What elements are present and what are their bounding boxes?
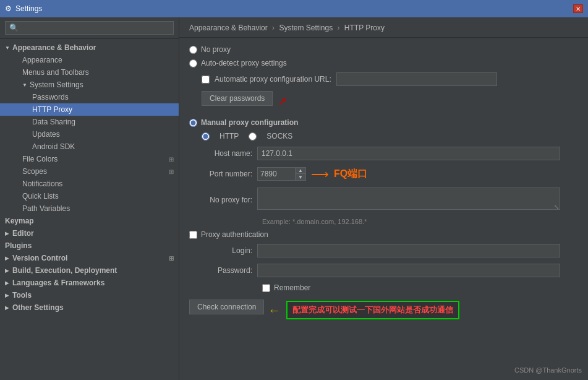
auto-config-label: Automatic proxy configuration URL: [215,75,331,84]
breadcrumb-part2: System Settings [279,24,333,32]
watermark: CSDN @ThankGnorts [514,366,582,374]
sidebar-item-keymap[interactable]: Keymap [0,215,179,227]
socks-label: SOCKS [266,132,292,140]
sidebar-item-languages[interactable]: Languages & Frameworks [0,277,179,289]
vc-icon: ⊞ [169,255,174,262]
expand-icon[interactable]: ⤡ [554,204,559,210]
port-number-label: Port number: [189,170,257,178]
sidebar-item-file-colors[interactable]: File Colors ⊞ [0,153,179,165]
proxy-auth-row: Proxy authentication [189,230,578,239]
remember-checkbox[interactable] [262,284,270,292]
no-proxy-label: No proxy [201,45,231,54]
breadcrumb-part3: HTTP Proxy [344,24,385,32]
auto-detect-row: Auto-detect proxy settings [189,59,578,67]
socks-radio[interactable] [249,132,257,140]
port-number-input[interactable] [258,168,295,180]
proxy-auth-checkbox[interactable] [189,231,197,239]
close-button[interactable]: ✕ [573,4,583,13]
sidebar-item-plugins[interactable]: Plugins [0,240,179,252]
title-bar: ⚙ Settings ✕ [0,0,588,17]
search-box [0,17,179,39]
no-proxy-radio[interactable] [189,46,197,54]
auto-config-input[interactable] [336,72,497,86]
http-socks-row: HTTP SOCKS [202,132,578,140]
expand-icon [22,82,27,88]
manual-proxy-radio[interactable] [189,119,197,127]
expand-icon [5,280,10,286]
expand-icon [5,231,10,236]
no-proxy-for-row: No proxy for: ⤡ [189,188,578,212]
sidebar-item-http-proxy[interactable]: HTTP Proxy [0,103,179,116]
check-connection-section: Check connection ← 配置完成可以测试一下国外网站是否成功通信 [189,300,578,321]
sidebar-item-system-settings[interactable]: System Settings [0,79,179,91]
check-connection-button[interactable]: Check connection [189,300,264,314]
sidebar-item-updates[interactable]: Updates [0,128,179,140]
scope-icon2: ⊞ [169,168,174,175]
sidebar-item-tools[interactable]: Tools [0,289,179,301]
password-row: Password: [189,264,578,277]
expand-icon [5,45,10,51]
sidebar-item-quick-lists[interactable]: Quick Lists [0,190,179,202]
sidebar-item-path-variables[interactable]: Path Variables [0,202,179,215]
yellow-arrow-icon: ← [268,303,280,317]
login-input[interactable] [257,244,560,257]
sidebar-item-android-sdk[interactable]: Android SDK [0,140,179,153]
http-radio[interactable] [202,132,210,140]
sidebar-item-menus-toolbars[interactable]: Menus and Toolbars [0,66,179,79]
manual-proxy-label: Manual proxy configuration [201,118,298,127]
sidebar-item-scopes[interactable]: Scopes ⊞ [0,165,179,178]
sidebar-item-notifications[interactable]: Notifications [0,178,179,190]
manual-proxy-row: Manual proxy configuration [189,118,578,127]
bottom-annotation-text: 配置完成可以测试一下国外网站是否成功通信 [286,301,459,319]
breadcrumb-part1: Appearance & Behavior [189,24,268,32]
clear-passwords-section: Clear passwords ↗ [189,91,578,112]
content-panel: Appearance & Behavior › System Settings … [179,17,588,380]
window-title: Settings [15,4,42,13]
no-proxy-textarea-wrap: ⤡ [257,188,560,212]
example-text: Example: *.domain.com, 192.168.* [262,218,578,225]
proxy-auth-label: Proxy authentication [201,230,268,239]
content-area: Appearance & Behavior › System Settings … [179,17,588,380]
auto-config-checkbox[interactable] [202,76,210,84]
sidebar-item-passwords[interactable]: Passwords [0,91,179,103]
sidebar-item-other-settings[interactable]: Other Settings [0,301,179,314]
settings-icon: ⚙ [5,4,12,13]
sidebar-item-version-control[interactable]: Version Control ⊞ [0,252,179,264]
sidebar-item-appearance[interactable]: Appearance [0,54,179,66]
sidebar-item-build[interactable]: Build, Execution, Deployment [0,264,179,277]
fq-annotation-text: FQ端口 [334,168,367,181]
expand-icon [5,256,10,261]
check-row: Check connection ← 配置完成可以测试一下国外网站是否成功通信 [189,300,578,321]
sidebar: Appearance & Behavior Appearance Menus a… [0,17,179,380]
port-down-button[interactable]: ▼ [296,174,305,180]
host-name-row: Host name: [189,147,578,160]
port-input-wrap: ▲ ▼ [257,167,306,181]
no-proxy-input[interactable] [257,188,560,210]
sidebar-tree: Appearance & Behavior Appearance Menus a… [0,39,179,316]
sidebar-item-editor[interactable]: Editor [0,227,179,240]
remember-label: Remember [274,283,310,292]
expand-icon [5,305,10,311]
auto-detect-label: Auto-detect proxy settings [201,59,287,67]
auto-proxy-config-row: Automatic proxy configuration URL: [202,72,578,86]
http-label: HTTP [219,132,239,140]
host-name-input[interactable] [257,147,560,160]
no-proxy-for-label: No proxy for: [189,196,257,204]
password-input[interactable] [257,264,560,277]
scope-icon: ⊞ [169,156,174,163]
port-spinner: ▲ ▼ [295,168,305,180]
breadcrumb: Appearance & Behavior › System Settings … [179,17,588,38]
port-arrow-icon: ⟶ [311,166,329,181]
sidebar-item-appearance-behavior[interactable]: Appearance & Behavior [0,41,179,54]
port-up-button[interactable]: ▲ [296,168,305,174]
password-label: Password: [189,266,257,275]
login-row: Login: [189,244,578,257]
clear-passwords-button[interactable]: Clear passwords [202,91,273,106]
no-proxy-row: No proxy [189,45,578,54]
login-label: Login: [189,246,257,255]
port-number-row: Port number: ▲ ▼ ⟶ FQ端口 [189,166,578,181]
host-name-label: Host name: [189,149,257,158]
auto-detect-radio[interactable] [189,59,197,67]
search-input[interactable] [5,21,174,35]
sidebar-item-data-sharing[interactable]: Data Sharing [0,116,179,128]
